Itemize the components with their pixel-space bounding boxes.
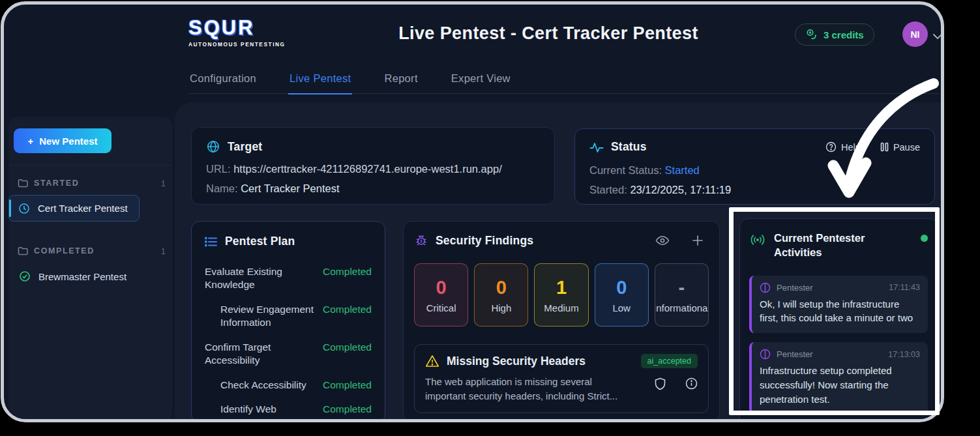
- info-icon[interactable]: [685, 377, 698, 390]
- severity-label: High: [491, 302, 511, 313]
- new-pentest-button[interactable]: + New Pentest: [14, 128, 111, 153]
- avatar-initials: NI: [911, 29, 920, 40]
- list-icon: [205, 236, 218, 248]
- logo-brand: SQUR: [188, 16, 299, 40]
- current-status-label: Current Status:: [589, 164, 662, 176]
- sidebar-item-brewmaster-pentest[interactable]: Brewmaster Pentest: [19, 267, 126, 286]
- app-logo: SQUR AUTONOMOUS PENTESTING: [188, 16, 299, 48]
- plan-task-row: Evaluate Existing Knowledge Completed: [205, 265, 372, 292]
- section-count: 1: [161, 179, 166, 188]
- severity-count: 1: [556, 277, 567, 298]
- severity-summary: 0 Critical 0 High 1 Medium 0 Low: [414, 263, 709, 327]
- severity-label: Critical: [426, 302, 456, 313]
- activity-message: Pentester 17:13:03 Infrastructure setup …: [749, 342, 928, 414]
- message-timestamp: 17:11:43: [889, 283, 920, 292]
- severity-box-medium: 1 Medium: [534, 263, 588, 327]
- severity-count: 0: [616, 277, 627, 298]
- severity-label: Informational: [655, 302, 709, 313]
- started-label: Started:: [589, 184, 627, 196]
- message-text: Infrastructure setup completed successfu…: [760, 364, 920, 406]
- severity-box-high: 0 High: [474, 263, 528, 327]
- tab-configuration[interactable]: Configuration: [188, 68, 258, 93]
- activity-pulse-icon: [589, 141, 604, 153]
- plan-task-row: Identify Web Application Firewall Comple…: [205, 403, 372, 422]
- finding-description: The web application is missing several i…: [425, 375, 632, 403]
- target-card-title: Target: [228, 140, 262, 154]
- section-label: COMPLETED: [34, 246, 95, 255]
- finding-item[interactable]: Missing Security Headers ai_accepted The…: [414, 344, 709, 413]
- help-label: Help: [841, 142, 861, 153]
- plan-task-row: Confirm Target Accessibility Completed: [205, 341, 372, 368]
- shield-icon[interactable]: [655, 377, 666, 390]
- activities-title: Current Pentester Activities: [774, 231, 904, 260]
- severity-box-low: 0 Low: [595, 263, 649, 327]
- name-label: Name:: [206, 182, 238, 194]
- help-button[interactable]: Help: [825, 141, 861, 153]
- folder-icon: [18, 246, 28, 255]
- severity-box-critical: 0 Critical: [414, 263, 468, 327]
- chevron-down-icon[interactable]: [932, 31, 943, 42]
- credits-label: 3 credits: [824, 29, 864, 40]
- status-card-title: Status: [611, 140, 647, 154]
- pentester-activities-card: Current Pentester Activities Pentester 1…: [739, 218, 938, 422]
- pause-label: Pause: [893, 142, 920, 153]
- eye-icon[interactable]: [655, 235, 670, 246]
- active-accent-bar: [9, 199, 11, 217]
- security-findings-card: Security Findings 0 Critical: [403, 221, 720, 422]
- task-status: Completed: [323, 379, 372, 392]
- task-status: Completed: [323, 403, 372, 422]
- task-name: Identify Web Application Firewall: [205, 403, 318, 422]
- severity-box-informational: - Informational: [655, 263, 709, 327]
- add-finding-icon[interactable]: [692, 235, 704, 246]
- bug-icon: [414, 233, 428, 248]
- check-circle-icon: [19, 270, 31, 282]
- severity-count: -: [679, 277, 685, 298]
- pentester-agent-icon: [760, 349, 771, 360]
- sidebar-section-completed: COMPLETED 1: [18, 244, 166, 257]
- coins-icon: [805, 28, 818, 41]
- target-url: https://certtracker-421126892741.europe-…: [233, 163, 502, 175]
- main-content: Target URL: https://certtracker-42112689…: [175, 102, 944, 422]
- sidebar-section-started: STARTED 1: [18, 177, 166, 190]
- message-timestamp: 17:13:03: [888, 350, 920, 359]
- task-status: Completed: [323, 303, 372, 330]
- app-window: SQUR AUTONOMOUS PENTESTING Live Pentest …: [1, 1, 944, 422]
- started-value: 23/12/2025, 17:11:19: [630, 184, 731, 196]
- plan-task-row: Review Engagement Information Completed: [205, 303, 372, 330]
- logo-tagline: AUTONOMOUS PENTESTING: [188, 41, 299, 48]
- pause-button[interactable]: Pause: [880, 142, 920, 153]
- task-status: Completed: [323, 341, 372, 368]
- sidebar: + New Pentest STARTED 1 Cert Tracker Pen…: [8, 117, 172, 422]
- target-name: Cert Tracker Pentest: [241, 182, 339, 194]
- clock-icon: [18, 203, 30, 214]
- section-count: 1: [161, 246, 166, 256]
- task-name: Confirm Target Accessibility: [205, 341, 314, 368]
- section-label: STARTED: [34, 179, 79, 188]
- sidebar-divider: [8, 165, 172, 166]
- pause-icon: [880, 142, 889, 152]
- live-status-dot: [921, 235, 928, 242]
- task-status: Completed: [323, 265, 372, 292]
- page-title: Live Pentest - Cert Tracker Pentest: [314, 23, 783, 44]
- sidebar-item-label: Brewmaster Pentest: [38, 271, 126, 282]
- tab-report[interactable]: Report: [383, 68, 419, 93]
- sidebar-item-cert-tracker-pentest[interactable]: Cert Tracker Pentest: [8, 195, 140, 222]
- severity-label: Low: [612, 302, 631, 313]
- pentest-plan-title: Pentest Plan: [225, 235, 295, 248]
- tab-live-pentest[interactable]: Live Pentest: [288, 68, 352, 94]
- plus-icon: +: [28, 136, 34, 147]
- tab-expert-view[interactable]: Expert View: [450, 68, 512, 93]
- message-author: Pentester: [777, 349, 813, 359]
- pentest-plan-list: Evaluate Existing Knowledge Completed Re…: [205, 265, 372, 422]
- activity-message: Pentester 17:11:43 Ok, I will setup the …: [749, 276, 928, 334]
- security-findings-title: Security Findings: [436, 234, 533, 248]
- finding-status-badge: ai_accepted: [641, 354, 698, 368]
- avatar[interactable]: NI: [902, 22, 928, 47]
- severity-label: Medium: [544, 302, 578, 313]
- url-label: URL:: [206, 163, 231, 175]
- target-card: Target URL: https://certtracker-42112689…: [191, 127, 555, 205]
- task-name: Review Engagement Information: [205, 303, 318, 330]
- credits-badge[interactable]: 3 credits: [795, 23, 874, 46]
- globe-icon: [206, 139, 220, 154]
- severity-count: 0: [436, 277, 447, 298]
